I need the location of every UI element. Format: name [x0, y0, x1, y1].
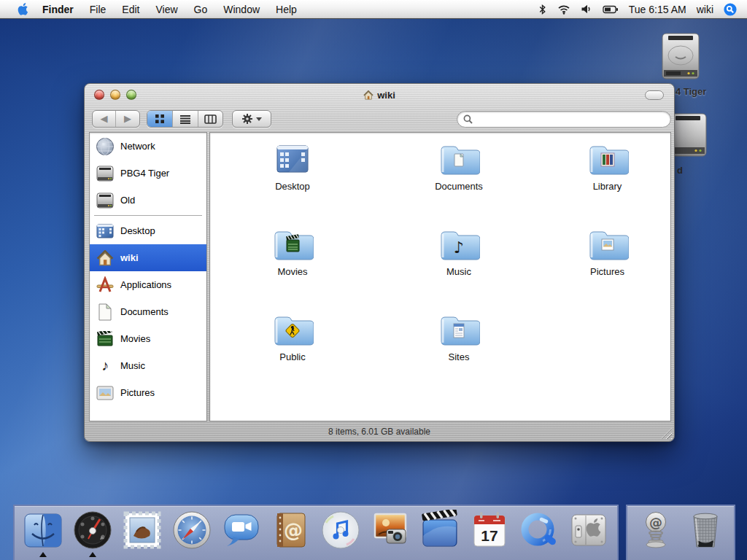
apple-menu[interactable]	[18, 3, 28, 15]
sidebar-item-music[interactable]: ♪ Music	[90, 352, 206, 379]
movie-clapper-icon	[96, 331, 115, 347]
sidebar-item-wiki[interactable]: wiki	[90, 244, 206, 271]
toolbar-toggle-button[interactable]	[645, 90, 664, 100]
icon-view-icon	[155, 114, 165, 124]
picture-icon	[96, 386, 115, 400]
sidebar-item-movies[interactable]: Movies	[90, 325, 206, 352]
sidebar-item-label: Desktop	[120, 225, 155, 236]
column-view-button[interactable]	[198, 111, 222, 127]
search-input[interactable]	[476, 114, 665, 124]
running-indicator	[89, 552, 96, 557]
menubar-user-switcher[interactable]: wiki	[697, 4, 713, 15]
list-view-button[interactable]	[172, 111, 197, 127]
file-item-label: Library	[593, 181, 622, 192]
hard-drive-icon	[96, 192, 115, 209]
document-icon	[96, 303, 115, 321]
home-icon	[96, 250, 115, 266]
sidebar-item-label: Documents	[120, 306, 169, 317]
mailto-spring-icon: @	[635, 510, 676, 551]
dock-icon-mailto-spring[interactable]: @	[635, 510, 677, 558]
dock-icon-finder[interactable]	[22, 510, 64, 558]
folder-documents-icon	[438, 143, 480, 178]
file-item-desktop[interactable]: Desktop	[210, 143, 375, 228]
file-item-public[interactable]: Public	[210, 314, 375, 399]
desktop-icon	[96, 224, 115, 238]
dock-icon-ical[interactable]: 17	[468, 510, 511, 558]
ichat-icon	[221, 510, 262, 551]
sidebar-item-label: PBG4 Tiger	[120, 168, 169, 179]
gear-icon	[241, 113, 253, 125]
dock-icon-trash[interactable]	[684, 510, 727, 558]
sidebar-item-documents[interactable]: Documents	[90, 298, 206, 325]
dock-icon-system-preferences[interactable]	[568, 510, 610, 558]
file-item-music[interactable]: ♪ Music	[375, 228, 543, 314]
dock-icon-ichat[interactable]	[220, 510, 263, 558]
menu-help[interactable]: Help	[268, 0, 305, 19]
imovie-icon	[419, 510, 460, 551]
dock-shortcuts: @	[626, 505, 735, 560]
dock-icon-address-book[interactable]: @	[270, 510, 312, 558]
menu-finder[interactable]: Finder	[34, 0, 82, 19]
menu-go[interactable]: Go	[186, 0, 216, 19]
toolbar: ◀ ▶	[85, 106, 674, 132]
safari-icon	[171, 510, 212, 551]
menu-edit[interactable]: Edit	[114, 0, 147, 19]
title-bar[interactable]: wiki	[85, 84, 674, 106]
status-bar-text: 8 items, 6.01 GB available	[328, 427, 430, 437]
dashboard-icon	[72, 510, 113, 551]
sidebar-item-network[interactable]: Network	[90, 133, 206, 160]
dock: @	[13, 505, 619, 560]
volume-icon[interactable]	[581, 4, 592, 15]
sidebar-separator	[94, 215, 202, 216]
finder-window: wiki ◀ ▶	[84, 83, 675, 442]
sidebar-item-desktop[interactable]: Desktop	[90, 217, 206, 244]
applications-icon	[96, 276, 115, 294]
sidebar-item-applications[interactable]: Applications	[90, 271, 206, 298]
address-book-icon: @	[271, 510, 311, 551]
spotlight-icon[interactable]	[724, 3, 737, 16]
bluetooth-icon[interactable]	[538, 4, 547, 15]
sidebar-item-label: Pictures	[120, 387, 155, 398]
dock-icon-safari[interactable]	[171, 510, 213, 558]
search-field[interactable]	[457, 111, 671, 128]
sidebar-item-label: Applications	[120, 279, 171, 290]
file-item-documents[interactable]: Documents	[375, 143, 543, 228]
folder-public-icon	[271, 314, 314, 349]
sidebar-item-pbg4-tiger[interactable]: PBG4 Tiger	[90, 160, 206, 187]
file-item-movies[interactable]: Movies	[210, 228, 375, 314]
battery-icon[interactable]	[603, 4, 619, 15]
file-item-library[interactable]: Library	[543, 143, 672, 228]
mail-icon	[122, 510, 163, 551]
menu-view[interactable]: View	[147, 0, 185, 19]
sidebar-item-pictures[interactable]: Pictures	[90, 379, 206, 406]
icon-view-button[interactable]	[147, 111, 172, 127]
dock-icon-iphoto[interactable]	[369, 510, 411, 558]
home-icon	[363, 90, 374, 100]
dock-icon-dashboard[interactable]	[71, 510, 114, 558]
file-item-label: Sites	[449, 351, 470, 362]
file-item-sites[interactable]: Sites	[375, 314, 543, 399]
back-button[interactable]: ◀	[93, 111, 116, 127]
dock-icon-itunes[interactable]	[320, 510, 362, 558]
file-item-pictures[interactable]: Pictures	[543, 228, 672, 314]
sidebar-item-old[interactable]: Old	[90, 187, 206, 214]
dock-icon-quicktime[interactable]	[518, 510, 560, 558]
menu-file[interactable]: File	[82, 0, 115, 19]
empty-grid-cell	[543, 314, 672, 399]
forward-button[interactable]: ▶	[116, 111, 139, 127]
file-item-label: Documents	[435, 181, 483, 192]
view-mode-control	[147, 110, 223, 128]
desktop-icon	[271, 143, 314, 178]
dock-icon-mail[interactable]	[121, 510, 163, 558]
svg-text:@: @	[649, 515, 662, 530]
column-view-icon	[204, 114, 217, 124]
file-item-label: Public	[279, 351, 305, 362]
menubar-clock[interactable]: Tue 6:15 AM	[629, 4, 686, 15]
menu-window[interactable]: Window	[215, 0, 268, 19]
network-globe-icon	[96, 137, 115, 156]
wifi-icon[interactable]	[557, 4, 570, 15]
trash-icon	[685, 510, 726, 551]
sidebar-item-label: Movies	[120, 333, 150, 344]
dock-icon-imovie[interactable]	[419, 510, 461, 558]
action-menu-button[interactable]	[232, 110, 271, 128]
